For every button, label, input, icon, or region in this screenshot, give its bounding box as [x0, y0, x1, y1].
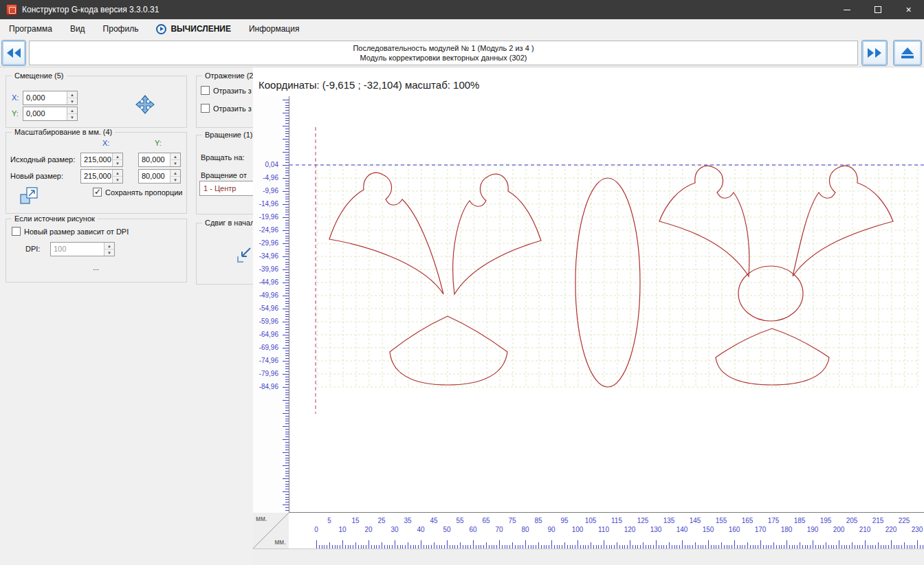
- rotation-center-select[interactable]: 1 - Центр ▼: [199, 181, 253, 196]
- original-size-y-input[interactable]: 80,000 ▲▼: [138, 153, 181, 167]
- offset-group-title: Смещение (5): [12, 71, 67, 80]
- h-ruler-label: 205: [844, 517, 860, 524]
- h-ruler-label: 170: [752, 526, 769, 533]
- close-button[interactable]: ×: [893, 0, 924, 19]
- ruler-tick: [342, 540, 343, 549]
- right-ornament-left-wing: [659, 166, 749, 276]
- ruler-tick: [316, 540, 317, 549]
- menu-calculation[interactable]: ВЫЧИСЛЕНИЕ: [147, 19, 240, 38]
- ruler-tick: [865, 540, 866, 549]
- ruler-tick: [283, 139, 289, 140]
- h-ruler-label: 25: [373, 517, 390, 524]
- ruler-tick: [283, 465, 289, 466]
- arrow-to-corner-icon: [235, 244, 253, 265]
- h-ruler-label: 5: [321, 517, 338, 524]
- ruler-tick: [355, 542, 356, 549]
- double-left-arrow-icon: [7, 48, 13, 58]
- maximize-button[interactable]: [862, 0, 893, 19]
- dpi-input[interactable]: 100 ▲▼: [50, 242, 115, 256]
- ruler-tick: [904, 542, 905, 549]
- menu-view[interactable]: Вид: [61, 19, 94, 38]
- spin-up-icon[interactable]: ▲: [104, 243, 114, 250]
- apply-scale-button[interactable]: [19, 185, 41, 207]
- resize-icon: [19, 185, 41, 207]
- spin-up-icon[interactable]: ▲: [67, 91, 77, 98]
- mirror-vertical-checkbox[interactable]: Отразить з: [201, 104, 252, 113]
- ruler-tick: [283, 309, 289, 309]
- left-ornament-right-wing: [453, 174, 541, 294]
- menu-information[interactable]: Информация: [240, 19, 308, 38]
- ruler-tick: [460, 542, 461, 549]
- canvas-region: Координаты: (-9,615 ; -32,104) масштаб: …: [253, 67, 924, 565]
- vector-drawing: [329, 166, 893, 387]
- ruler-tick: [283, 178, 289, 179]
- spin-up-icon[interactable]: ▲: [113, 170, 122, 177]
- ruler-tick: [734, 540, 735, 549]
- spin-down-icon[interactable]: ▼: [67, 98, 77, 104]
- new-size-x-input[interactable]: 215,000 ▲▼: [80, 169, 123, 184]
- spin-down-icon[interactable]: ▼: [170, 160, 180, 166]
- spin-down-icon[interactable]: ▼: [113, 177, 122, 183]
- ruler-tick: [283, 452, 289, 453]
- h-ruler-label: 180: [778, 526, 795, 533]
- ruler-tick: [551, 540, 552, 549]
- minimize-button[interactable]: [831, 0, 862, 19]
- app-icon: [6, 4, 17, 15]
- h-ruler-label: 130: [648, 526, 664, 533]
- scale-col-x-label: X:: [102, 139, 109, 147]
- drawing-canvas-svg: [289, 96, 924, 513]
- spin-down-icon[interactable]: ▼: [113, 160, 122, 166]
- mirror-horizontal-checkbox[interactable]: Отразить з: [201, 86, 252, 95]
- eject-icon: [901, 47, 914, 58]
- h-ruler-label: 165: [739, 517, 756, 524]
- ruler-tick: [329, 542, 330, 549]
- work-canvas[interactable]: [289, 96, 924, 513]
- minimize-icon: [844, 10, 850, 10]
- v-ruler-label: 0,04: [265, 161, 278, 168]
- ruler-tick: [473, 540, 474, 549]
- v-ruler-label: -84,96: [259, 383, 278, 390]
- shift-to-origin-button[interactable]: [235, 244, 253, 265]
- mid-panel: Отражение (2) Отразить з Отразить з Вращ…: [195, 67, 253, 565]
- vertical-ruler: 0,04-4,96-9,96-14,96-19,96-24,96-29,96-3…: [253, 96, 289, 513]
- menu-bar: Программа Вид Профиль ВЫЧИСЛЕНИЕ Информа…: [0, 19, 924, 38]
- keep-proportions-checkbox[interactable]: Сохранять пропорции: [93, 188, 183, 197]
- spin-up-icon[interactable]: ▲: [170, 170, 180, 177]
- next-module-button[interactable]: [861, 40, 888, 66]
- ruler-tick: [591, 542, 591, 549]
- h-ruler-label: 110: [595, 526, 612, 533]
- spin-down-icon[interactable]: ▼: [104, 250, 114, 256]
- offset-y-input[interactable]: 0,000 ▲▼: [23, 107, 78, 121]
- apply-offset-button[interactable]: [134, 94, 156, 116]
- spin-down-icon[interactable]: ▼: [170, 177, 180, 183]
- ruler-tick: [630, 540, 630, 549]
- h-ruler-label: 210: [857, 526, 873, 533]
- previous-module-button[interactable]: [1, 40, 26, 66]
- menu-program[interactable]: Программа: [0, 19, 61, 38]
- new-size-y-input[interactable]: 80,000 ▲▼: [138, 169, 181, 184]
- menu-profile[interactable]: Профиль: [94, 19, 148, 38]
- h-ruler-label: 145: [687, 517, 703, 524]
- h-ruler-label: 125: [635, 517, 651, 524]
- spin-up-icon[interactable]: ▲: [170, 153, 180, 160]
- ruler-tick: [813, 540, 813, 549]
- h-ruler-label: 230: [909, 526, 924, 533]
- ruler-tick: [499, 540, 500, 549]
- sequence-line2: Модуль корректировки векторных данных (3…: [360, 53, 527, 63]
- more-label: ...: [93, 263, 99, 272]
- spin-down-icon[interactable]: ▼: [67, 114, 77, 120]
- h-ruler-label: 160: [726, 526, 742, 533]
- spin-up-icon[interactable]: ▲: [113, 153, 122, 160]
- original-size-x-input[interactable]: 215,000 ▲▼: [80, 153, 123, 167]
- close-icon: ×: [905, 4, 911, 15]
- horizontal-unit-label: мм.: [274, 538, 286, 546]
- double-right-arrow-icon: [868, 48, 874, 58]
- eject-button[interactable]: [893, 40, 922, 66]
- ruler-tick: [283, 478, 289, 479]
- dpi-dependent-checkbox[interactable]: Новый размер зависит от DPI: [12, 227, 129, 236]
- h-ruler-label: 40: [412, 526, 429, 533]
- spin-up-icon[interactable]: ▲: [67, 107, 77, 114]
- offset-x-input[interactable]: 0,000 ▲▼: [23, 91, 78, 105]
- ruler-tick: [368, 540, 369, 549]
- v-ruler-label: -64,96: [259, 331, 278, 338]
